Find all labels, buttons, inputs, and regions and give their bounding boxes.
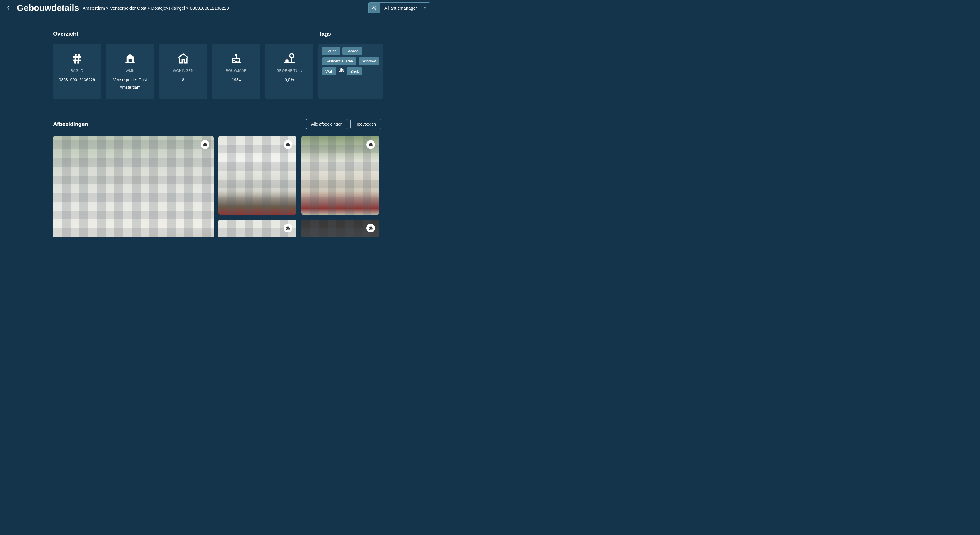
tag[interactable]: Facade [342, 47, 362, 55]
car-icon [202, 142, 208, 147]
tags-title: Tags [318, 31, 383, 37]
stat-value: 1984 [232, 77, 240, 82]
overview-section: Overzicht BAG ID 0363100012136229 [53, 31, 313, 99]
building-image [301, 136, 379, 215]
page-title: Gebouwdetails [17, 3, 79, 13]
car-icon [285, 142, 291, 147]
svg-line-4 [75, 54, 76, 64]
svg-marker-1 [424, 8, 426, 9]
car-icon [368, 225, 373, 231]
user-name: Alliantiemanager [380, 6, 422, 11]
content: Overzicht BAG ID 0363100012136229 [0, 16, 434, 237]
stat-value: 8 [182, 77, 185, 82]
building-icon [124, 51, 136, 67]
building-image [218, 136, 296, 215]
overview-title: Overzicht [53, 31, 313, 37]
svg-rect-8 [132, 58, 133, 59]
back-button[interactable] [4, 4, 12, 12]
svg-line-5 [78, 54, 80, 64]
hash-icon [71, 51, 83, 67]
stat-label: BAG ID [71, 69, 83, 73]
chevron-left-icon [5, 5, 11, 11]
streetview-badge [283, 140, 292, 149]
house-icon [177, 51, 189, 67]
user-menu-button[interactable]: Alliantiemanager [368, 2, 431, 13]
stat-value-secondary: Amsterdam [119, 85, 141, 89]
stat-label: GROENE TUIN [277, 69, 302, 73]
building-image [53, 136, 213, 237]
tags-section: Tags House Facade Residential area Windo… [318, 31, 383, 99]
user-avatar [369, 3, 380, 13]
svg-rect-6 [127, 58, 129, 59]
tag[interactable]: Residential area [322, 57, 356, 65]
caret-down-icon [422, 6, 430, 10]
add-image-button[interactable]: Toevoegen [350, 119, 382, 129]
tag[interactable]: Wall [322, 67, 336, 75]
svg-point-9 [235, 54, 237, 56]
header: Gebouwdetails Amsterdam > Venserpolder O… [0, 0, 434, 16]
stat-card-woningen: WONINGEN 8 [159, 43, 207, 99]
nature-icon [282, 51, 296, 67]
stat-card-bouwjaar: BOUWJAAR 1984 [212, 43, 260, 99]
user-icon [371, 5, 377, 11]
stat-card-wijk: WIJK Venserpolder Oost Amsterdam [106, 43, 154, 99]
svg-point-0 [373, 6, 375, 8]
images-title: Afbeeldingen [53, 121, 88, 127]
cake-icon [230, 51, 242, 67]
streetview-badge [283, 224, 292, 232]
stat-label: BOUWJAAR [226, 69, 247, 73]
stat-label: WIJK [126, 69, 135, 73]
images-section: Afbeeldingen Alle afbeeldingen Toevoegen [53, 119, 382, 237]
image-card[interactable] [301, 220, 379, 237]
breadcrumb: Amsterdam > Venserpolder Oost > Dostojev… [83, 6, 229, 11]
all-images-button[interactable]: Alle afbeeldingen [305, 119, 348, 129]
car-icon [368, 142, 373, 147]
stat-card-bagid: BAG ID 0363100012136229 [53, 43, 101, 99]
svg-rect-7 [129, 58, 130, 59]
image-card[interactable] [218, 136, 296, 215]
image-card[interactable] [301, 136, 379, 215]
streetview-badge [200, 140, 209, 149]
streetview-badge [366, 140, 375, 149]
car-icon [285, 225, 291, 231]
stat-value: 0363100012136229 [59, 77, 95, 82]
svg-point-13 [290, 54, 294, 58]
tags-card: House Facade Residential area Window Wal… [318, 43, 383, 99]
image-card[interactable] [53, 136, 213, 237]
tag[interactable]: Brick [347, 67, 362, 75]
stat-value: Venserpolder Oost [113, 77, 147, 82]
stat-card-groenetuin: GROENE TUIN 0,0% [266, 43, 313, 99]
tag[interactable]: House [322, 47, 340, 55]
stat-label: WONINGEN [173, 69, 193, 73]
image-card[interactable] [218, 220, 296, 237]
tag[interactable]: Window [359, 57, 379, 65]
stat-value: 0,0% [285, 77, 294, 82]
streetview-badge [366, 224, 375, 232]
